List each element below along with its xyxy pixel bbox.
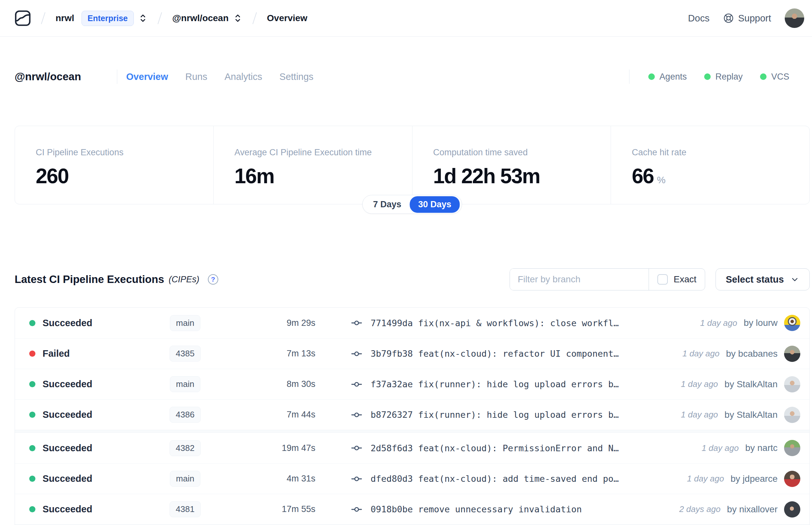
git-commit-icon bbox=[351, 379, 362, 390]
top-navbar: nrwl Enterprise @nrwl/ocean Overview Doc… bbox=[0, 0, 812, 37]
commit-message: 2d58f6d3 feat(nx-cloud): PermissionError… bbox=[371, 443, 619, 453]
time-ago-label: 1 day ago bbox=[681, 410, 718, 420]
status-dropdown-label: Select status bbox=[726, 274, 784, 285]
exact-checkbox[interactable] bbox=[657, 274, 668, 285]
status-label: Succeeded bbox=[43, 409, 92, 420]
commit-message: f37a32ae fix(runner): hide log upload er… bbox=[371, 379, 619, 389]
git-commit-icon bbox=[351, 348, 362, 359]
status-label: Succeeded bbox=[43, 443, 92, 453]
table-row[interactable]: Succeeded main 9m 29s 771499da fix(nx-ap… bbox=[15, 308, 809, 338]
author-avatar bbox=[784, 440, 800, 456]
commit-message: 3b79fb38 feat(nx-cloud): refactor UI com… bbox=[371, 349, 619, 359]
status-dot-icon bbox=[29, 445, 35, 451]
time-ago-label: 2 days ago bbox=[679, 504, 720, 514]
status-filter-dropdown[interactable]: Select status bbox=[716, 268, 810, 290]
author-avatar bbox=[784, 346, 800, 362]
nx-cloud-logo-icon[interactable] bbox=[15, 10, 31, 26]
time-ago-label: 1 day ago bbox=[683, 349, 719, 359]
status-dot-icon bbox=[29, 476, 35, 482]
green-dot-icon bbox=[760, 73, 767, 80]
cipe-table: Succeeded main 9m 29s 771499da fix(nx-ap… bbox=[15, 308, 810, 525]
author-avatar bbox=[784, 471, 800, 487]
indicator-agents[interactable]: Agents bbox=[648, 72, 687, 82]
range-option-7-days[interactable]: 7 Days bbox=[364, 196, 410, 213]
author-avatar bbox=[784, 315, 800, 331]
time-ago-label: 1 day ago bbox=[687, 474, 724, 484]
table-row[interactable]: Succeeded 4381 17m 55s 0918b0be remove u… bbox=[15, 494, 809, 524]
green-dot-icon bbox=[704, 73, 711, 80]
breadcrumb-workspace[interactable]: @nrwl/ocean bbox=[172, 13, 229, 24]
stat-card-avg-execution-time: Average CI Pipeline Execution time 16m bbox=[213, 126, 412, 204]
author-label: by bcabanes bbox=[726, 349, 778, 359]
user-avatar[interactable] bbox=[785, 9, 804, 28]
tab-overview[interactable]: Overview bbox=[123, 70, 171, 84]
stat-label: CI Pipeline Executions bbox=[36, 148, 207, 158]
workspace-tabs: Overview Runs Analytics Settings bbox=[123, 70, 317, 84]
commit-message: dfed80d3 feat(nx-cloud): add time-saved … bbox=[371, 474, 619, 484]
stat-label: Average CI Pipeline Execution time bbox=[234, 148, 406, 158]
table-row[interactable]: Succeeded main 8m 30s f37a32ae fix(runne… bbox=[15, 369, 809, 399]
stat-cards: CI Pipeline Executions 260 Average CI Pi… bbox=[15, 126, 810, 204]
stat-label: Computation time saved bbox=[433, 148, 604, 158]
duration-label: 19m 47s bbox=[214, 443, 316, 453]
indicator-label: Agents bbox=[659, 72, 687, 82]
indicator-divider bbox=[629, 70, 629, 84]
author-label: by lourw bbox=[744, 318, 778, 328]
status-dot-icon bbox=[29, 350, 35, 357]
status-label: Succeeded bbox=[43, 318, 92, 328]
branch-badge: main bbox=[170, 471, 200, 487]
status-label: Succeeded bbox=[43, 504, 92, 515]
git-commit-icon bbox=[351, 317, 362, 328]
table-row[interactable]: Succeeded 4386 7m 44s b8726327 fix(runne… bbox=[15, 399, 809, 430]
status-dot-icon bbox=[29, 506, 35, 512]
indicator-vcs[interactable]: VCS bbox=[760, 72, 789, 82]
stat-value: 260 bbox=[36, 164, 207, 188]
range-option-30-days[interactable]: 30 Days bbox=[410, 196, 460, 213]
status-dot-icon bbox=[29, 320, 35, 326]
duration-label: 7m 44s bbox=[214, 410, 316, 420]
workspace-switcher-chevrons-icon[interactable] bbox=[233, 13, 242, 24]
docs-link[interactable]: Docs bbox=[688, 13, 709, 24]
stat-value: 16m bbox=[234, 164, 406, 188]
exact-label: Exact bbox=[674, 274, 696, 285]
support-label: Support bbox=[738, 13, 771, 24]
green-dot-icon bbox=[648, 73, 655, 80]
branch-badge: main bbox=[170, 376, 200, 392]
stat-card-ci-executions: CI Pipeline Executions 260 bbox=[15, 126, 213, 204]
indicator-replay[interactable]: Replay bbox=[704, 72, 742, 82]
stat-suffix: % bbox=[657, 175, 665, 185]
stat-card-cache-hit-rate: Cache hit rate 66% bbox=[611, 126, 809, 204]
status-label: Failed bbox=[43, 348, 70, 359]
stat-label: Cache hit rate bbox=[632, 148, 803, 158]
duration-label: 17m 55s bbox=[214, 504, 316, 514]
status-dot-icon bbox=[29, 411, 35, 418]
indicator-label: Replay bbox=[715, 72, 742, 82]
author-avatar bbox=[784, 376, 800, 392]
help-icon[interactable]: ? bbox=[208, 274, 218, 285]
tab-settings[interactable]: Settings bbox=[276, 70, 317, 84]
tab-runs[interactable]: Runs bbox=[182, 70, 211, 84]
branch-filter-input[interactable] bbox=[510, 269, 649, 290]
tab-analytics[interactable]: Analytics bbox=[221, 70, 265, 84]
workspace-title: @nrwl/ocean bbox=[15, 71, 81, 83]
stat-value: 66% bbox=[632, 164, 803, 188]
stat-number: 66 bbox=[632, 164, 654, 188]
branch-badge: 4385 bbox=[170, 346, 201, 362]
status-dot-icon bbox=[29, 381, 35, 387]
org-switcher-chevrons-icon[interactable] bbox=[138, 13, 148, 24]
support-link[interactable]: Support bbox=[723, 13, 771, 24]
breadcrumb-slash bbox=[41, 12, 46, 24]
stat-value: 1d 22h 53m bbox=[433, 164, 604, 188]
header-divider bbox=[117, 70, 117, 84]
time-ago-label: 1 day ago bbox=[700, 318, 737, 328]
table-row[interactable]: Succeeded main 4m 31s dfed80d3 feat(nx-c… bbox=[15, 463, 809, 494]
breadcrumb-org[interactable]: nrwl bbox=[56, 13, 74, 24]
table-row[interactable]: Succeeded 4382 19m 47s 2d58f6d3 feat(nx-… bbox=[15, 433, 809, 463]
breadcrumb-page: Overview bbox=[267, 13, 308, 24]
workspace-header: @nrwl/ocean Overview Runs Analytics Sett… bbox=[0, 66, 812, 87]
author-label: by StalkAltan bbox=[725, 379, 778, 390]
section-title-suffix: (CIPEs) bbox=[169, 274, 199, 285]
time-ago-label: 1 day ago bbox=[702, 443, 739, 453]
author-label: by nixallover bbox=[727, 504, 778, 515]
table-row[interactable]: Failed 4385 7m 13s 3b79fb38 feat(nx-clou… bbox=[15, 338, 809, 369]
